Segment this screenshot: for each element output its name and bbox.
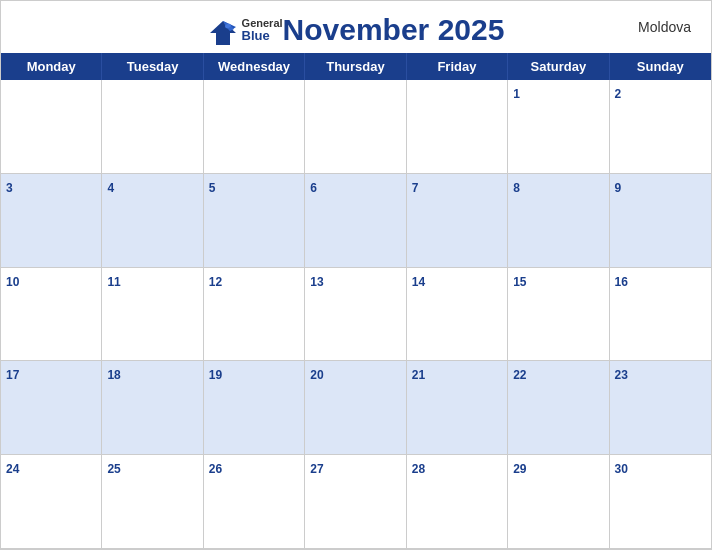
date-number: 5 bbox=[209, 181, 216, 195]
calendar-cell: 10 bbox=[1, 268, 102, 362]
calendar-cell: 22 bbox=[508, 361, 609, 455]
date-number: 14 bbox=[412, 275, 425, 289]
calendar-cell: 6 bbox=[305, 174, 406, 268]
calendar-cell: 11 bbox=[102, 268, 203, 362]
day-thursday: Thursday bbox=[305, 53, 406, 80]
date-number: 12 bbox=[209, 275, 222, 289]
date-number: 20 bbox=[310, 368, 323, 382]
calendar-cell: 27 bbox=[305, 455, 406, 549]
day-wednesday: Wednesday bbox=[204, 53, 305, 80]
days-header: Monday Tuesday Wednesday Thursday Friday… bbox=[1, 53, 711, 80]
calendar-cell: 21 bbox=[407, 361, 508, 455]
calendar-cell: 26 bbox=[204, 455, 305, 549]
date-number: 15 bbox=[513, 275, 526, 289]
date-number: 19 bbox=[209, 368, 222, 382]
date-number: 8 bbox=[513, 181, 520, 195]
day-monday: Monday bbox=[1, 53, 102, 80]
date-number: 2 bbox=[615, 87, 622, 101]
date-number: 29 bbox=[513, 462, 526, 476]
date-number: 13 bbox=[310, 275, 323, 289]
country-label: Moldova bbox=[638, 19, 691, 35]
logo-text: General Blue bbox=[242, 17, 283, 43]
day-friday: Friday bbox=[407, 53, 508, 80]
calendar-cell bbox=[204, 80, 305, 174]
calendar-cell: 25 bbox=[102, 455, 203, 549]
calendar-cell bbox=[1, 80, 102, 174]
date-number: 30 bbox=[615, 462, 628, 476]
calendar-cell: 17 bbox=[1, 361, 102, 455]
calendar-cell bbox=[305, 80, 406, 174]
date-number: 28 bbox=[412, 462, 425, 476]
calendar-cell: 16 bbox=[610, 268, 711, 362]
calendar-cell: 18 bbox=[102, 361, 203, 455]
date-number: 9 bbox=[615, 181, 622, 195]
calendar-grid: 1234567891011121314151617181920212223242… bbox=[1, 80, 711, 549]
calendar-wrapper: General Blue November 2025 Moldova Monda… bbox=[0, 0, 712, 550]
logo: General Blue bbox=[208, 17, 283, 43]
calendar-cell: 8 bbox=[508, 174, 609, 268]
date-number: 23 bbox=[615, 368, 628, 382]
calendar-cell: 2 bbox=[610, 80, 711, 174]
calendar-cell: 13 bbox=[305, 268, 406, 362]
date-number: 24 bbox=[6, 462, 19, 476]
calendar-cell: 14 bbox=[407, 268, 508, 362]
date-number: 18 bbox=[107, 368, 120, 382]
calendar-cell: 20 bbox=[305, 361, 406, 455]
day-saturday: Saturday bbox=[508, 53, 609, 80]
date-number: 26 bbox=[209, 462, 222, 476]
date-number: 4 bbox=[107, 181, 114, 195]
day-tuesday: Tuesday bbox=[102, 53, 203, 80]
date-number: 17 bbox=[6, 368, 19, 382]
date-number: 21 bbox=[412, 368, 425, 382]
date-number: 27 bbox=[310, 462, 323, 476]
logo-bird-icon bbox=[208, 19, 238, 41]
calendar-cell bbox=[407, 80, 508, 174]
calendar-header: General Blue November 2025 Moldova bbox=[1, 1, 711, 53]
calendar-cell: 3 bbox=[1, 174, 102, 268]
calendar-cell: 5 bbox=[204, 174, 305, 268]
calendar-title: November 2025 bbox=[283, 13, 505, 47]
calendar-cell: 28 bbox=[407, 455, 508, 549]
calendar-cell: 4 bbox=[102, 174, 203, 268]
day-sunday: Sunday bbox=[610, 53, 711, 80]
calendar-cell: 9 bbox=[610, 174, 711, 268]
calendar-cell: 15 bbox=[508, 268, 609, 362]
calendar-cell: 1 bbox=[508, 80, 609, 174]
calendar-cell: 24 bbox=[1, 455, 102, 549]
date-number: 10 bbox=[6, 275, 19, 289]
date-number: 22 bbox=[513, 368, 526, 382]
calendar-cell: 29 bbox=[508, 455, 609, 549]
svg-marker-0 bbox=[210, 21, 236, 45]
date-number: 25 bbox=[107, 462, 120, 476]
date-number: 3 bbox=[6, 181, 13, 195]
date-number: 16 bbox=[615, 275, 628, 289]
date-number: 1 bbox=[513, 87, 520, 101]
calendar-cell: 23 bbox=[610, 361, 711, 455]
date-number: 7 bbox=[412, 181, 419, 195]
logo-blue-text: Blue bbox=[242, 29, 283, 43]
calendar-cell: 12 bbox=[204, 268, 305, 362]
date-number: 6 bbox=[310, 181, 317, 195]
calendar-cell: 7 bbox=[407, 174, 508, 268]
calendar-cell: 30 bbox=[610, 455, 711, 549]
calendar-cell bbox=[102, 80, 203, 174]
calendar-cell: 19 bbox=[204, 361, 305, 455]
date-number: 11 bbox=[107, 275, 120, 289]
